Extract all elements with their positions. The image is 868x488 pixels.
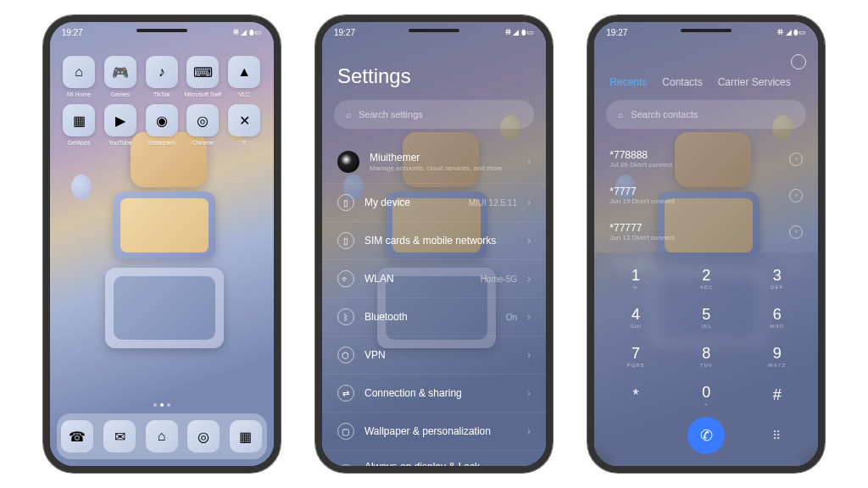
key-letters: DEF	[771, 285, 783, 290]
dialpad: 1∞2ABC3DEF4GHI5JKL6MNO7PQRS8TUV9WXYZ*0+#…	[594, 252, 818, 466]
key-number: #	[773, 386, 782, 404]
app-tiktok[interactable]: ♪TikTok	[142, 56, 181, 97]
tab-bar: RecentsContactsCarrier Services	[594, 69, 818, 100]
keypad-key-7[interactable]: 7PQRS	[601, 337, 670, 374]
account-item[interactable]: Miuithemer Manage accounts, cloud servic…	[322, 141, 546, 184]
setting-label: VPN	[364, 349, 507, 361]
app-icon: ◉	[146, 104, 178, 136]
app-instagram[interactable]: ◉Instagram	[142, 104, 181, 146]
key-letters: PQRS	[626, 363, 644, 368]
setting-label: Bluetooth	[364, 311, 496, 323]
key-letters: WXYZ	[768, 363, 786, 368]
app-x[interactable]: ✕X	[225, 104, 264, 146]
gear-icon[interactable]	[791, 54, 806, 69]
chevron-right-icon: ›	[527, 425, 531, 437]
dialpad-toggle-icon[interactable]: ⠿	[742, 417, 812, 454]
status-indicators: ⵌ ◢ ⬮▭	[233, 28, 262, 37]
key-number: 5	[702, 306, 710, 324]
phone-dialer: 19:27 ⵌ ◢ ⬮▭ RecentsContactsCarrier Serv…	[587, 15, 825, 473]
setting-label: SIM cards & mobile networks	[364, 235, 507, 247]
keypad-key-9[interactable]: 9WXYZ	[743, 337, 811, 374]
tab-contacts[interactable]: Contacts	[662, 76, 702, 88]
setting-item[interactable]: ᛒBluetoothOn›	[322, 298, 546, 336]
setting-icon: ᛒ	[337, 308, 354, 325]
call-log-item[interactable]: *778888Jul 26 Didn't connect›	[594, 141, 818, 177]
key-number: 9	[773, 345, 782, 363]
call-subtitle: Jun 13 Didn't connect	[609, 234, 781, 241]
keypad-key-1[interactable]: 1∞	[601, 259, 670, 297]
app-icon: 🎮	[104, 56, 136, 88]
app-vlc[interactable]: ▲VLC	[225, 56, 264, 97]
setting-icon: ᯤ	[337, 270, 354, 287]
setting-icon: ⇄	[337, 385, 354, 402]
keypad-key-0[interactable]: 0+	[672, 376, 741, 413]
setting-item[interactable]: ⬡VPN›	[322, 336, 546, 374]
setting-item[interactable]: ▯SIM cards & mobile networks›	[322, 222, 546, 260]
key-number: 0	[702, 384, 710, 402]
status-bar: 19:27 ⵌ ◢ ⬮▭	[594, 22, 818, 42]
setting-label: My device	[364, 197, 459, 208]
app-label: TikTok	[153, 92, 170, 97]
keypad-key-2[interactable]: 2ABC	[672, 259, 741, 297]
search-input[interactable]: ⌕ Search contacts	[606, 100, 806, 129]
search-input[interactable]: ⌕ Search settings	[334, 100, 534, 129]
key-letters: TUV	[700, 363, 713, 368]
key-number: 2	[702, 267, 710, 285]
search-icon: ⌕	[346, 109, 352, 119]
key-number: 6	[773, 306, 782, 324]
tab-recents[interactable]: Recents	[609, 76, 647, 88]
app-icon: ♪	[146, 56, 178, 88]
key-letters: MNO	[770, 324, 784, 329]
call-subtitle: Jun 19 Didn't connect	[609, 197, 781, 205]
info-icon[interactable]: ›	[789, 189, 803, 202]
keypad-key-#[interactable]: #	[743, 376, 811, 413]
chevron-right-icon: ›	[527, 311, 531, 323]
call-button[interactable]: ✆	[687, 417, 725, 454]
app-icon: ▶	[104, 104, 136, 136]
chevron-right-icon: ›	[527, 387, 531, 399]
app-getapps[interactable]: ▦GetApps	[60, 104, 98, 146]
setting-item[interactable]: ▢Wallpaper & personalization›	[322, 413, 546, 451]
setting-value: MIUI 12.5.11	[469, 198, 517, 208]
setting-item[interactable]: ᯤWLANHome-5G›	[322, 260, 546, 298]
key-letters: +	[704, 402, 709, 407]
app-label: VLC	[238, 92, 250, 97]
chevron-right-icon: ›	[527, 156, 531, 168]
app-icon: ▦	[63, 104, 95, 136]
setting-item[interactable]: ▯My deviceMIUI 12.5.11›	[322, 184, 546, 222]
keypad-key-4[interactable]: 4GHI	[601, 298, 670, 336]
app-icon: ⌨	[186, 56, 219, 88]
chevron-right-icon: ›	[527, 235, 531, 247]
chevron-right-icon: ›	[527, 467, 531, 473]
keypad-key-5[interactable]: 5JKL	[672, 298, 741, 336]
key-letters: GHI	[630, 324, 642, 329]
app-mihome[interactable]: ⌂Mi Home	[60, 56, 98, 97]
info-icon[interactable]: ›	[789, 152, 803, 166]
call-log-item[interactable]: *77777Jun 13 Didn't connect›	[594, 214, 818, 250]
setting-item[interactable]: ◐Always-on display & Lock screen›	[322, 451, 546, 473]
app-microsoftswiftkey[interactable]: ⌨Microsoft SwiftKey...	[184, 56, 222, 97]
info-icon[interactable]: ›	[789, 225, 803, 239]
tab-carrier-services[interactable]: Carrier Services	[718, 76, 791, 88]
status-time: 19:27	[606, 28, 627, 37]
setting-value: Home-5G	[481, 274, 517, 284]
keypad-key-3[interactable]: 3DEF	[743, 259, 811, 297]
app-label: Games	[111, 92, 131, 97]
phone-home: 19:27 ⵌ ◢ ⬮▭ ⌂Mi Home🎮Games♪TikTok⌨Micro…	[43, 15, 281, 473]
call-log-item[interactable]: *7777Jun 19 Didn't connect›	[594, 177, 818, 214]
keypad-key-*[interactable]: *	[601, 376, 670, 413]
setting-icon: ▯	[337, 232, 354, 249]
status-time: 19:27	[62, 28, 83, 37]
app-chrome[interactable]: ◎Chrome	[184, 104, 222, 146]
app-youtube[interactable]: ▶YouTube	[101, 104, 139, 146]
keypad-key-8[interactable]: 8TUV	[672, 337, 741, 374]
setting-item[interactable]: ⇄Connection & sharing›	[322, 374, 546, 413]
app-icon: ◎	[186, 104, 219, 136]
app-games[interactable]: 🎮Games	[101, 56, 139, 97]
app-label: Instagram	[148, 140, 175, 146]
keypad-key-6[interactable]: 6MNO	[743, 298, 811, 336]
setting-label: Always-on display & Lock screen	[364, 461, 507, 473]
key-number: 8	[702, 345, 710, 363]
chevron-right-icon: ›	[527, 273, 531, 285]
account-name: Miuithemer	[370, 152, 517, 164]
